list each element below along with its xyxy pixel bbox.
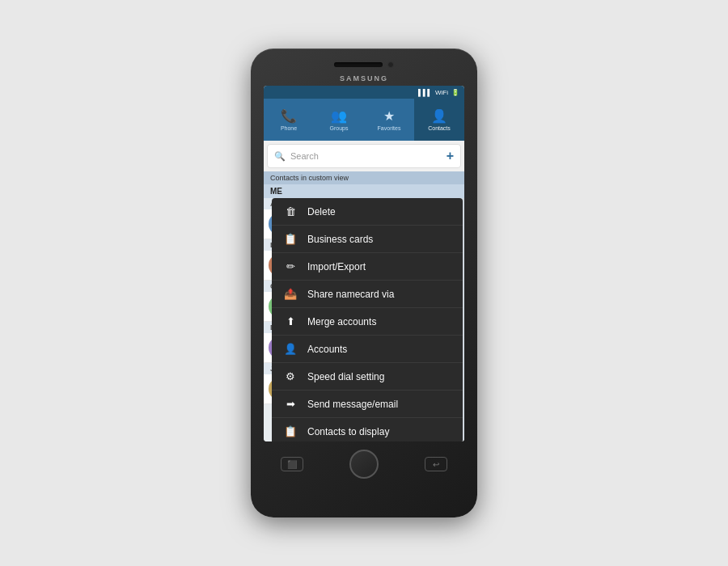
- me-label: ME: [264, 184, 464, 198]
- contacts-display-icon: 📋: [283, 425, 298, 437]
- business-cards-label: Business cards: [307, 234, 373, 245]
- signal-icon: ▌▌▌: [418, 89, 432, 96]
- contacts-header: Contacts in custom view: [264, 171, 464, 184]
- business-cards-icon: 📋: [283, 233, 298, 245]
- share-namecard-label: Share namecard via: [307, 289, 394, 300]
- speed-dial-icon: ⚙: [283, 370, 298, 382]
- menu-item-merge-accounts[interactable]: ⬆ Merge accounts: [272, 308, 463, 336]
- menu-item-send-message[interactable]: ➡ Send message/email: [272, 391, 463, 418]
- accounts-icon: 👤: [283, 343, 298, 355]
- menu-item-import-export[interactable]: ✏ Import/Export: [272, 253, 463, 281]
- tab-groups[interactable]: 👥 Groups: [314, 99, 364, 141]
- merge-accounts-label: Merge accounts: [307, 316, 376, 327]
- import-export-icon: ✏: [283, 260, 298, 272]
- menu-item-accounts[interactable]: 👤 Accounts: [272, 336, 463, 363]
- battery-icon: 🔋: [451, 89, 459, 96]
- search-bar[interactable]: 🔍 Search +: [267, 144, 461, 168]
- contacts-icon: 👤: [431, 108, 447, 124]
- speaker-grill: [334, 62, 383, 67]
- context-menu: 🗑 Delete 📋 Business cards ✏ Import/Expor…: [272, 198, 463, 441]
- tab-favorites[interactable]: ★ Favorites: [364, 99, 414, 141]
- delete-label: Delete: [307, 206, 336, 218]
- back-icon: ⬛: [287, 460, 297, 469]
- menu-item-contacts-display[interactable]: 📋 Contacts to display: [272, 418, 463, 441]
- merge-accounts-icon: ⬆: [283, 315, 298, 327]
- home-button[interactable]: [349, 450, 379, 479]
- phone-screen: ▌▌▌ WiFi 🔋 📞 Phone 👥 Groups ★ Favorites …: [264, 86, 464, 441]
- search-placeholder: Search: [290, 151, 442, 161]
- phone-top-bar: [257, 58, 471, 74]
- send-message-icon: ➡: [283, 398, 298, 410]
- contacts-area: A A Amanda B B Bob C C Carol D D David J: [264, 198, 464, 441]
- send-message-label: Send message/email: [307, 399, 398, 410]
- add-contact-button[interactable]: +: [447, 149, 454, 163]
- contacts-display-label: Contacts to display: [307, 426, 389, 437]
- menu-item-delete[interactable]: 🗑 Delete: [272, 198, 463, 226]
- tab-bar: 📞 Phone 👥 Groups ★ Favorites 👤 Contacts: [264, 99, 464, 141]
- back-key[interactable]: ⬛: [281, 457, 303, 471]
- menu-item-share-namecard[interactable]: 📤 Share namecard via: [272, 281, 463, 308]
- phone-bottom-nav: ⬛ ↩: [257, 441, 471, 482]
- delete-icon: 🗑: [283, 205, 298, 218]
- samsung-logo: SAMSUNG: [340, 74, 388, 86]
- accounts-label: Accounts: [307, 344, 347, 355]
- tab-contacts[interactable]: 👤 Contacts: [414, 99, 464, 141]
- tab-phone[interactable]: 📞 Phone: [264, 99, 314, 141]
- menu-item-speed-dial[interactable]: ⚙ Speed dial setting: [272, 363, 463, 391]
- import-export-label: Import/Export: [307, 261, 366, 272]
- menu-key[interactable]: ↩: [425, 457, 447, 471]
- status-bar: ▌▌▌ WiFi 🔋: [264, 86, 464, 99]
- front-camera: [387, 61, 394, 68]
- share-namecard-icon: 📤: [283, 288, 298, 300]
- phone-icon: 📞: [281, 108, 297, 124]
- phone-device: SAMSUNG ▌▌▌ WiFi 🔋 📞 Phone 👥 Groups ★ Fa…: [251, 49, 477, 517]
- wifi-icon: WiFi: [435, 89, 448, 96]
- menu-item-business-cards[interactable]: 📋 Business cards: [272, 226, 463, 253]
- favorites-icon: ★: [383, 108, 395, 124]
- speed-dial-label: Speed dial setting: [307, 371, 384, 382]
- search-icon: 🔍: [274, 151, 286, 162]
- menu-icon: ↩: [433, 460, 439, 469]
- groups-icon: 👥: [331, 108, 347, 124]
